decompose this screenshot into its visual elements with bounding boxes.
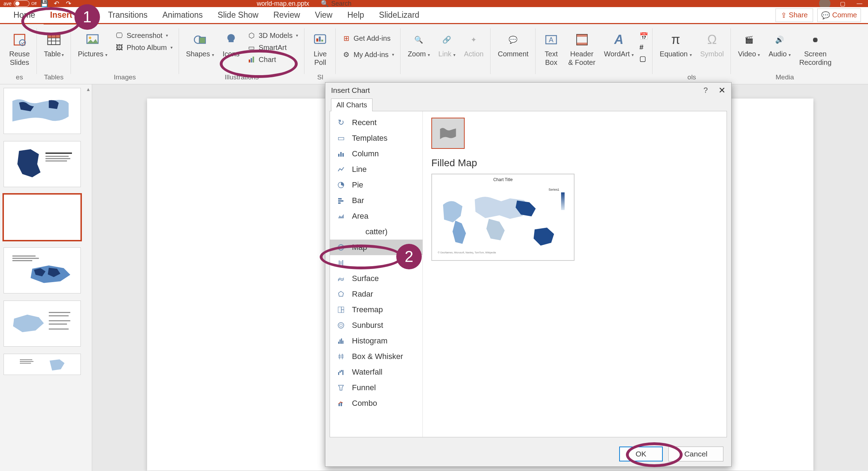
video-button[interactable]: 🎬 Video ▾	[735, 30, 763, 60]
get-addins-button[interactable]: ⊞ Get Add-ins	[340, 33, 396, 44]
tab-review[interactable]: Review	[267, 7, 306, 23]
audio-label: Audio ▾	[768, 50, 791, 58]
svg-rect-26	[45, 152, 72, 154]
cancel-button[interactable]: Cancel	[668, 447, 723, 461]
search-placeholder: Search	[331, 0, 352, 7]
scroll-up-icon[interactable]: ▴	[87, 86, 90, 92]
chart-type-box-whisker[interactable]: Box & Whisker	[330, 349, 422, 364]
audio-button[interactable]: 🔊 Audio ▾	[766, 30, 794, 60]
chart-type-treemap[interactable]: Treemap	[330, 302, 422, 318]
tab-slidelizard[interactable]: SlideLizard	[373, 7, 426, 23]
action-label: Action	[464, 50, 484, 58]
group-label-text	[593, 73, 595, 83]
tab-all-charts[interactable]: All Charts	[331, 99, 373, 111]
comment-button[interactable]: 💬 Comment	[495, 30, 531, 60]
object-icon[interactable]: ▢	[639, 54, 648, 63]
chart-type-scatter[interactable]: catter)	[330, 224, 422, 240]
my-addins-button[interactable]: ⚙ My Add-ins ▾	[340, 49, 396, 60]
zoom-button[interactable]: 🔍 Zoom ▾	[405, 30, 432, 60]
smartart-button[interactable]: ▭ SmartArt	[245, 42, 301, 53]
chart-type-combo[interactable]: Combo	[330, 396, 422, 411]
table-button[interactable]: Table▾	[41, 30, 67, 60]
svg-rect-22	[577, 34, 587, 37]
dialog-help-button[interactable]: ?	[704, 86, 708, 95]
tab-design-partial[interactable]: D	[81, 7, 100, 23]
3d-models-label: 3D Models	[259, 32, 293, 40]
chart-type-bar[interactable]: Bar	[330, 193, 422, 208]
group-comments: 💬 Comment	[491, 26, 536, 84]
screenshot-button[interactable]: 🖵 Screenshot▾	[113, 30, 174, 41]
slide-thumb-6[interactable]	[4, 354, 81, 375]
chart-type-line[interactable]: Line	[330, 162, 422, 177]
chart-type-recent[interactable]: ↻Recent	[330, 115, 422, 130]
chart-type-radar[interactable]: Radar	[330, 286, 422, 302]
screen-recording-icon: ⏺	[807, 31, 824, 48]
chart-type-waterfall[interactable]: Waterfall	[330, 364, 422, 380]
chart-subtype-filled-map[interactable]	[431, 118, 465, 149]
chart-button[interactable]: Chart	[245, 54, 301, 65]
tab-insert[interactable]: Insert	[44, 7, 79, 24]
chart-type-templates[interactable]: ▭Templates	[330, 130, 422, 146]
header-footer-button[interactable]: Header & Footer	[565, 30, 598, 68]
video-icon: 🎬	[740, 31, 757, 48]
dialog-titlebar[interactable]: Insert Chart ? ✕	[325, 83, 731, 98]
tab-transitions[interactable]: Transitions	[102, 7, 154, 23]
svg-rect-18	[321, 40, 323, 41]
screen-recording-button[interactable]: ⏺ Screen Recording	[796, 30, 834, 68]
ok-button[interactable]: OK	[619, 447, 662, 461]
toggle-switch-icon[interactable]	[14, 0, 29, 7]
my-addins-icon: ⚙	[342, 50, 351, 59]
chart-type-funnel[interactable]: Funnel	[330, 380, 422, 396]
svg-rect-48	[338, 198, 342, 200]
slide-number-icon[interactable]: #	[639, 43, 648, 51]
tab-slideshow[interactable]: Slide Show	[211, 7, 265, 23]
tab-animations[interactable]: Animations	[156, 7, 209, 23]
photo-album-button[interactable]: 🖼 Photo Album ▾	[113, 42, 174, 53]
chart-type-area[interactable]: Area	[330, 208, 422, 224]
ribbon-tabs: Home Insert D Transitions Animations Sli…	[0, 7, 868, 24]
svg-rect-23	[577, 43, 587, 45]
share-button[interactable]: ⇪ Share	[775, 9, 813, 22]
slide-thumbnails-panel[interactable]: ▴	[0, 84, 92, 471]
comments-button[interactable]: 💬 Comme	[817, 9, 861, 22]
slide-thumb-5[interactable]	[4, 301, 81, 347]
chart-type-surface[interactable]: Surface	[330, 271, 422, 286]
dialog-title: Insert Chart	[331, 86, 370, 95]
ribbon: Reuse Slides es Table▾ Tables Pictures ▾…	[0, 24, 868, 84]
group-slides: Reuse Slides es	[2, 26, 37, 84]
text-box-button[interactable]: A Text Box	[540, 30, 562, 68]
chart-type-column[interactable]: Column	[330, 146, 422, 162]
svg-rect-60	[341, 310, 344, 313]
tab-view[interactable]: View	[309, 7, 339, 23]
table-label: Table▾	[44, 50, 64, 58]
svg-rect-38	[49, 324, 67, 325]
chart-type-sunburst[interactable]: Sunburst	[330, 318, 422, 333]
wordart-button[interactable]: A WordArt ▾	[601, 30, 637, 60]
svg-rect-39	[49, 329, 69, 330]
slide-thumb-1[interactable]	[4, 88, 81, 134]
svg-rect-14	[253, 57, 254, 63]
reuse-slides-button[interactable]: Reuse Slides	[6, 30, 33, 68]
live-poll-button[interactable]: Live Poll	[309, 30, 331, 68]
chart-type-histogram[interactable]: Histogram	[330, 333, 422, 349]
wordart-label: WordArt ▾	[604, 50, 634, 58]
slide-thumb-3[interactable]	[4, 194, 81, 240]
chart-type-stock[interactable]	[330, 255, 422, 271]
autosave-toggle[interactable]: ave Off	[4, 0, 37, 7]
svg-rect-17	[319, 37, 321, 41]
thumb-world-map	[7, 91, 78, 131]
tab-help[interactable]: Help	[341, 7, 370, 23]
date-time-icon[interactable]: 📅	[639, 32, 648, 40]
slide-thumb-4[interactable]	[4, 247, 81, 293]
dialog-close-button[interactable]: ✕	[718, 85, 726, 95]
pictures-button[interactable]: Pictures ▾	[75, 30, 111, 60]
svg-rect-35	[49, 312, 71, 313]
slide-thumb-2[interactable]	[4, 141, 81, 187]
equation-button[interactable]: π Equation ▾	[657, 30, 694, 60]
icons-button[interactable]: Icons	[220, 30, 242, 60]
chart-type-map[interactable]: Map	[330, 240, 422, 255]
shapes-button[interactable]: Shapes ▾	[183, 30, 217, 60]
tab-home[interactable]: Home	[7, 7, 41, 23]
3d-models-button[interactable]: ⬡ 3D Models ▾	[245, 30, 301, 41]
chart-type-pie[interactable]: Pie	[330, 177, 422, 193]
